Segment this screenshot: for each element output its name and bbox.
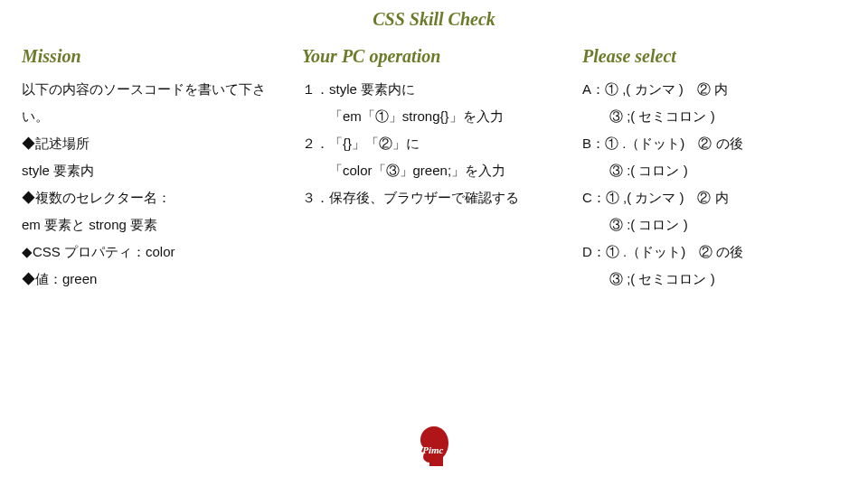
select-line: ③ ;( セミコロン ) xyxy=(582,103,846,130)
operation-body: １．style 要素内に 「em「①」strong{}」を入力 ２．「{}」「②… xyxy=(302,76,566,211)
mission-line: ◆複数のセレクター名： xyxy=(22,184,286,211)
mission-line: style 要素内 xyxy=(22,157,286,184)
page-title: CSS Skill Check xyxy=(0,0,868,30)
logo: Pimc xyxy=(410,423,458,470)
mission-body: 以下の内容のソースコードを書いて下さい。 ◆記述場所 style 要素内 ◆複数… xyxy=(22,76,286,293)
select-heading: Please select xyxy=(582,46,846,67)
mission-line: ◆記述場所 xyxy=(22,130,286,157)
operation-line: ２．「{}」「②」に xyxy=(302,130,566,157)
logo-label: Pimc xyxy=(422,444,443,455)
select-line: D：① .（ドット) ② の後 xyxy=(582,238,846,266)
mission-heading: Mission xyxy=(22,46,286,67)
select-column: Please select A：① ,( カンマ ) ② 内 ③ ;( セミコロ… xyxy=(582,46,846,293)
select-line: C：① ,( カンマ ) ② 内 xyxy=(582,184,846,211)
mission-line: 以下の内容のソースコードを書いて下さい。 xyxy=(22,76,286,130)
operation-heading: Your PC operation xyxy=(302,46,566,67)
select-line: ③ ;( セミコロン ) xyxy=(582,266,846,293)
operation-line: ３．保存後、ブラウザーで確認する xyxy=(302,184,566,211)
select-line: ③ :( コロン ) xyxy=(582,157,846,184)
operation-line: 「em「①」strong{}」を入力 xyxy=(302,103,566,130)
mission-column: Mission 以下の内容のソースコードを書いて下さい。 ◆記述場所 style… xyxy=(22,46,286,293)
columns: Mission 以下の内容のソースコードを書いて下さい。 ◆記述場所 style… xyxy=(0,30,868,293)
select-body: A：① ,( カンマ ) ② 内 ③ ;( セミコロン ) B：① .（ドット)… xyxy=(582,76,846,293)
select-line: ③ :( コロン ) xyxy=(582,211,846,238)
mission-line: ◆値：green xyxy=(22,266,286,293)
select-line: B：① .（ドット) ② の後 xyxy=(582,130,846,157)
operation-line: １．style 要素内に xyxy=(302,76,566,103)
mission-line: em 要素と strong 要素 xyxy=(22,211,286,238)
mission-line: ◆CSS プロパティ：color xyxy=(22,238,286,266)
operation-line: 「color「③」green;」を入力 xyxy=(302,157,566,184)
select-line: A：① ,( カンマ ) ② 内 xyxy=(582,76,846,103)
operation-column: Your PC operation １．style 要素内に 「em「①」str… xyxy=(302,46,566,293)
